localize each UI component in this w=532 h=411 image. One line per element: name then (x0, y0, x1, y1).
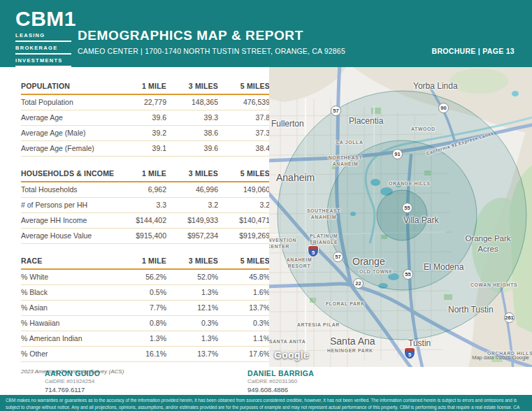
map-label-santa-anita: SANTA ANITA (269, 339, 305, 344)
cell-value: 0.5% (115, 285, 166, 301)
cell-value: 37.3 (218, 126, 270, 141)
map-label-platinum-triangle: PLATINUM TRIANGLE (302, 233, 345, 246)
table-row: % Asian 7.7% 12.1% 13.7% (21, 301, 270, 316)
cell-value: 476,539 (218, 94, 270, 110)
table-row: Average Age (Female) 39.1 39.6 38.4 (21, 141, 270, 157)
cell-value: 39.6 (115, 110, 166, 126)
cell-value: 1.6% (218, 285, 270, 301)
cell-value: 3.3 (115, 198, 166, 213)
row-label: Total Population (21, 94, 115, 110)
cell-value: $915,400 (115, 229, 166, 244)
map-label-north-tustin: North Tustin (448, 305, 494, 315)
column-header: 1 MILE (115, 166, 166, 182)
cell-value: 12.1% (166, 301, 218, 316)
cell-value: 38.6 (166, 126, 218, 141)
cell-value: 1.3% (166, 331, 218, 347)
cell-value: 148,365 (166, 94, 218, 110)
cell-value: 39.3 (166, 110, 218, 126)
cell-value: 38.4 (218, 141, 270, 157)
cell-value: 0.3% (218, 316, 270, 331)
page-number: BROCHURE | PAGE 13 (432, 47, 515, 55)
google-logo[interactable]: Google (274, 349, 309, 361)
table-row: Average Age (Male) 39.2 38.6 37.3 (21, 126, 270, 141)
cell-value: 16.1% (115, 347, 166, 362)
route-shield-55: 55 (403, 269, 413, 280)
column-header: 1 MILE (115, 254, 166, 269)
contact-phone: 714.769.6117 (45, 386, 111, 395)
cell-value: 13.7% (218, 301, 270, 316)
map-label-orange: Orange (352, 256, 385, 267)
map-label-convention-center: CONVENTION CENTER (269, 238, 299, 250)
table-row: % White 56.2% 52.0% 45.8% (21, 269, 270, 285)
logo-wordmark: CBM1 (15, 8, 71, 29)
route-shield-90: 90 (438, 103, 449, 113)
cell-value: 149,060 (218, 182, 270, 198)
cell-value: 1.3% (166, 285, 218, 301)
contact-license: CalDRE #01924254 (45, 378, 111, 386)
route-shield-57: 57 (331, 106, 341, 116)
map-label-artesia-pilar: ARTESIA PILAR (297, 322, 340, 327)
map-label-anaheim: Anaheim (276, 172, 315, 183)
row-label: % Asian (21, 301, 115, 316)
disclaimer-bar: CBM makes no warranties or guarantees as… (0, 395, 532, 411)
row-label: % Hawaiian (21, 316, 115, 331)
map-label-villa-park: Villa Park (403, 215, 438, 225)
row-label: Average Age (Male) (21, 126, 115, 141)
cell-value: $149,933 (166, 213, 218, 229)
population-table: POPULATION 1 MILE 3 MILES 5 MILES Total … (21, 79, 270, 157)
map-label-la-jolla: LA JOLLA (336, 140, 364, 145)
cbm1-logo: CBM1 LEASING BROKERAGE INVESTMENTS (15, 8, 71, 67)
column-header: 1 MILE (115, 79, 166, 94)
cell-value: 39.2 (115, 126, 166, 141)
map-attribution: Map data ©2026 Google (472, 354, 529, 361)
map-viewport[interactable]: Fullerton Placentia Yorba Linda Anaheim … (269, 67, 532, 367)
column-header: 3 MILES (166, 254, 218, 269)
logo-sub-investments: INVESTMENTS (15, 55, 71, 67)
route-shield-55: 55 (402, 203, 412, 213)
cell-value: 13.7% (166, 347, 218, 362)
table-title: RACE (21, 254, 115, 269)
map-label-atwood: ATWOOD (411, 127, 436, 131)
cell-value: 1.1% (218, 331, 270, 347)
logo-sub-leasing: LEASING (15, 29, 71, 42)
cell-value: 1.3% (115, 331, 166, 347)
route-shield-261: 261 (504, 312, 515, 323)
property-address: CAMEO CENTER | 1700-1740 NORTH TUSTIN ST… (78, 47, 345, 55)
table-row: Average HH Income $144,402 $149,933 $140… (21, 213, 270, 229)
row-label: % American Indian (21, 331, 115, 347)
column-header: 5 MILES (218, 166, 270, 182)
row-label: Average Age (21, 110, 115, 126)
table-row: % Hawaiian 0.8% 0.3% 0.3% (21, 316, 270, 331)
contact-name: DANIEL BARRIGA (247, 368, 314, 378)
cell-value: 3.2 (166, 198, 218, 213)
table-row: Average House Value $915,400 $957,234 $9… (21, 229, 270, 244)
map-label-el-modena: El Modena (424, 262, 463, 272)
map-label-southeast-anaheim: SOUTHEAST ANAHEIM (303, 208, 345, 221)
cell-value: $919,269 (218, 229, 270, 244)
row-label: Total Households (21, 182, 115, 198)
map-label-tustin: Tustin (408, 338, 431, 348)
row-label: Average HH Income (21, 213, 115, 229)
households-income-table: HOUSEHOLDS & INCOME 1 MILE 3 MILES 5 MIL… (21, 166, 270, 244)
map-label-santa-ana: Santa Ana (330, 336, 375, 347)
cell-value: 22,779 (115, 94, 166, 110)
brochure-page: CBM1 LEASING BROKERAGE INVESTMENTS DEMOG… (0, 0, 532, 411)
header-band: CBM1 LEASING BROKERAGE INVESTMENTS DEMOG… (0, 0, 532, 67)
cell-value: 56.2% (115, 269, 166, 285)
cell-value: $144,402 (115, 213, 166, 229)
table-row: # of Persons per HH 3.3 3.2 3.2 (21, 198, 270, 213)
row-label: % Black (21, 285, 115, 301)
contact-name: AARON GUIDO (45, 368, 111, 378)
map-label-floral-park: FLORAL PARK (326, 301, 365, 306)
cell-value: 45.8% (218, 269, 270, 285)
cell-value: $957,234 (166, 229, 218, 244)
contact-license: CalDRE #02031360 (247, 378, 314, 386)
cell-value: 46,996 (166, 182, 218, 198)
cell-value: 39.6 (166, 141, 218, 157)
cell-value: 0.8% (115, 316, 166, 331)
map-label-orange-hills: ORANGE HILLS (389, 181, 431, 186)
map-label-anaheim-resort: ANAHEIM RESORT (279, 257, 319, 270)
column-header: 5 MILES (218, 254, 270, 269)
cell-value: 17.6% (218, 347, 270, 362)
map-label-orange-park-acres: Orange Park Acres (465, 233, 511, 254)
